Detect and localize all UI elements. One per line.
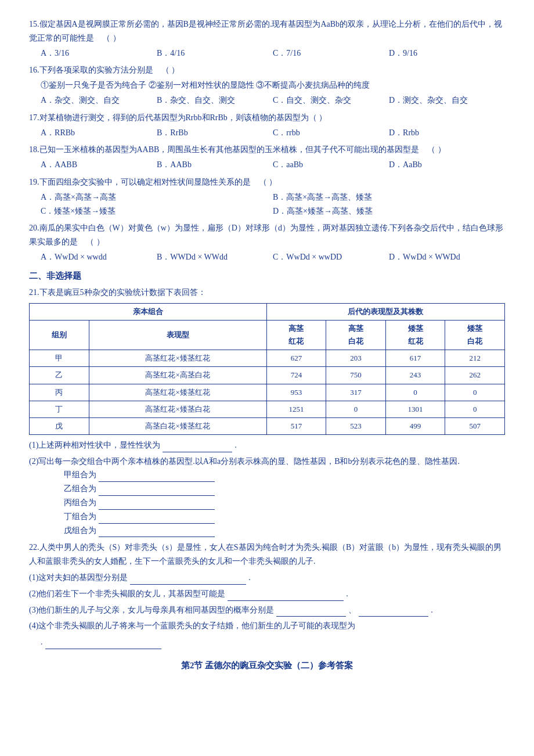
- row-v2: 317: [326, 384, 386, 401]
- row-group: 丙: [30, 384, 89, 401]
- q17-option-c: C．rrbb: [273, 126, 389, 140]
- q22-q1: (1)这对夫妇的基因型分别是.: [29, 571, 505, 585]
- q20-option-b: B．WWDd × WWdd: [157, 250, 273, 264]
- q20-option-d: D．WwDd × WWDd: [389, 250, 505, 264]
- q16-option-b: B．杂交、自交、测交: [157, 93, 273, 107]
- question-19: 19.下面四组杂交实验中，可以确定相对性状间显隐性关系的是 （ ） A．高茎×高…: [29, 175, 505, 218]
- q15-option-a: A．3/16: [41, 46, 157, 60]
- q19-option-c: C．矮茎×矮茎→矮茎: [41, 204, 273, 218]
- q15-text: 15.假定基因A是视网膜正常所必需的，基因B是视神经正常所必需的.现有基因型为A…: [29, 17, 505, 45]
- row-cross: 高茎红花×高茎白花: [89, 367, 266, 384]
- row-cross: 高茎红花×矮茎红花: [89, 350, 266, 367]
- table-row: 丙 高茎红花×矮茎红花 953 317 0 0: [30, 384, 505, 401]
- q22-answer-4: [45, 649, 161, 649]
- row-v1: 627: [266, 350, 326, 367]
- q21-q1: (1)上述两种相对性状中，显性性状为.: [29, 438, 505, 452]
- q22-q2: (2)他们若生下一个非秃头褐眼的女儿，其基因型可能是.: [29, 587, 505, 601]
- q22-answer-1: [130, 584, 246, 585]
- q18-option-d: D．AaBb: [389, 158, 505, 172]
- q21-fill-ding: 丁组合为: [29, 510, 505, 524]
- row-v3: 617: [385, 350, 445, 367]
- table-header-offspring: 后代的表现型及其株数: [266, 304, 504, 321]
- q17-option-b: B．RrBb: [157, 126, 273, 140]
- table-header-parent: 亲本组合: [30, 304, 267, 321]
- q18-option-a: A．AABB: [41, 158, 157, 172]
- row-v3: 0: [385, 384, 445, 401]
- q15-option-d: D．9/16: [389, 46, 505, 60]
- row-v1: 1251: [266, 401, 326, 417]
- row-cross: 高茎红花×矮茎红花: [89, 384, 266, 401]
- table-row: 乙 高茎红花×高茎白花 724 750 243 262: [30, 367, 505, 384]
- row-v4: 507: [445, 417, 505, 434]
- q17-options: A．RRBb B．RrBb C．rrbb D．Rrbb: [29, 126, 505, 140]
- table-subheader-col4: 矮茎白花: [445, 321, 505, 350]
- row-v4: 0: [445, 384, 505, 401]
- q17-option-d: D．Rrbb: [389, 126, 505, 140]
- q22-q4: (4)这个非秃头褐眼的儿子将来与一个蓝眼秃头的女子结婚，他们新生的儿子可能的表现…: [29, 619, 505, 633]
- q16-option-c: C．自交、测交、杂交: [273, 93, 389, 107]
- q15-option-b: B．4/16: [157, 46, 273, 60]
- answer-wu: [99, 537, 215, 537]
- q16-sub: ①鉴别一只兔子是否为纯合子 ②鉴别一对相对性状的显隐性 ③不断提高小麦抗病品种的…: [29, 78, 505, 92]
- q17-option-a: A．RRBb: [41, 126, 157, 140]
- table-subheader-col1: 高茎红花: [266, 321, 326, 350]
- q16-option-d: D．测交、杂交、自交: [389, 93, 505, 107]
- q21-fill-bing: 丙组合为: [29, 496, 505, 510]
- row-v2: 203: [326, 350, 386, 367]
- row-v3: 243: [385, 367, 445, 384]
- row-group: 乙: [30, 367, 89, 384]
- q16-options: A．杂交、测交、自交 B．杂交、自交、测交 C．自交、测交、杂交 D．测交、杂交…: [29, 93, 505, 107]
- q21-q2: (2)写出每一杂交组合中两个亲本植株的基因型.以A和a分别表示株高的显、隐性基因…: [29, 455, 505, 469]
- row-v2: 523: [326, 417, 386, 434]
- question-21: 21.下表是豌豆5种杂交的实验统计数据下表回答： 亲本组合 后代的表现型及其株数…: [29, 286, 505, 537]
- q21-intro: 21.下表是豌豆5种杂交的实验统计数据下表回答：: [29, 286, 505, 300]
- q21-table: 亲本组合 后代的表现型及其株数 组别 表现型 高茎红花 高茎白花 矮茎红花 矮茎…: [29, 303, 505, 435]
- row-group: 戊: [30, 417, 89, 434]
- row-v3: 499: [385, 417, 445, 434]
- row-v2: 750: [326, 367, 386, 384]
- q15-option-c: C．7/16: [273, 46, 389, 60]
- q20-option-c: C．WwDd × wwDD: [273, 250, 389, 264]
- q19-option-a: A．高茎×高茎→高茎: [41, 190, 273, 204]
- q22-answer-4-line: .: [29, 635, 505, 649]
- row-group: 甲: [30, 350, 89, 367]
- row-v4: 0: [445, 401, 505, 417]
- q19-option-d: D．高茎×矮茎→高茎、矮茎: [273, 204, 505, 218]
- section2-title: 二、非选择题: [29, 269, 505, 284]
- table-row: 甲 高茎红花×矮茎红花 627 203 617 212: [30, 350, 505, 367]
- q21-fill-wu: 戊组合为: [29, 524, 505, 538]
- q15-options: A．3/16 B．4/16 C．7/16 D．9/16: [29, 46, 505, 60]
- q22-intro: 22.人类中男人的秃头（S）对非秃头（s）是显性，女人在S基因为纯合时才为秃头.…: [29, 541, 505, 568]
- table-subheader-col2: 高茎白花: [326, 321, 386, 350]
- question-22: 22.人类中男人的秃头（S）对非秃头（s）是显性，女人在S基因为纯合时才为秃头.…: [29, 541, 505, 649]
- q18-text: 18.已知一玉米植株的基因型为AABB，周围虽生长有其他基因型的玉米植株，但其子…: [29, 143, 505, 157]
- q20-options: A．WwDd × wwdd B．WWDd × WWdd C．WwDd × wwD…: [29, 250, 505, 264]
- row-v3: 1301: [385, 401, 445, 417]
- q18-option-c: C．aaBb: [273, 158, 389, 172]
- row-cross: 高茎白花×矮茎红花: [89, 417, 266, 434]
- table-subheader-col3: 矮茎红花: [385, 321, 445, 350]
- row-group: 丁: [30, 401, 89, 417]
- q19-options: A．高茎×高茎→高茎 B．高茎×高茎→高茎、矮茎 C．矮茎×矮茎→矮茎 D．高茎…: [29, 190, 505, 218]
- q16-option-a: A．杂交、测交、自交: [41, 93, 157, 107]
- row-v1: 517: [266, 417, 326, 434]
- q19-text: 19.下面四组杂交实验中，可以确定相对性状间显隐性关系的是 （ ）: [29, 175, 505, 189]
- q22-answer-3b: [359, 616, 428, 617]
- answer-section-title: 第2节 孟德尔的豌豆杂交实验（二）参考答案: [29, 658, 505, 674]
- table-subheader-phenotype: 表现型: [89, 321, 266, 350]
- table-row: 丁 高茎红花×矮茎白花 1251 0 1301 0: [30, 401, 505, 417]
- row-v1: 953: [266, 384, 326, 401]
- row-v1: 724: [266, 367, 326, 384]
- q18-option-b: B．AABb: [157, 158, 273, 172]
- q16-text: 16.下列各项采取的实验方法分别是 （ ）: [29, 63, 505, 77]
- question-17: 17.对某植物进行测交，得到的后代基因型为Rrbb和RrBb，则该植物的基因型为…: [29, 111, 505, 140]
- q17-text: 17.对某植物进行测交，得到的后代基因型为Rrbb和RrBb，则该植物的基因型为…: [29, 111, 505, 125]
- q22-q3: (3)他们新生的儿子与父亲，女儿与母亲具有相同基因型的概率分别是、.: [29, 603, 505, 617]
- q21-fill-jia: 甲组合为: [29, 468, 505, 482]
- q18-options: A．AABB B．AABb C．aaBb D．AaBb: [29, 158, 505, 172]
- table-row: 戊 高茎白花×矮茎红花 517 523 499 507: [30, 417, 505, 434]
- row-v4: 262: [445, 367, 505, 384]
- q20-text: 20.南瓜的果实中白色（W）对黄色（w）为显性，扁形（D）对球形（d）为显性，两…: [29, 221, 505, 249]
- question-20: 20.南瓜的果实中白色（W）对黄色（w）为显性，扁形（D）对球形（d）为显性，两…: [29, 221, 505, 264]
- q22-answer-2: [228, 600, 344, 601]
